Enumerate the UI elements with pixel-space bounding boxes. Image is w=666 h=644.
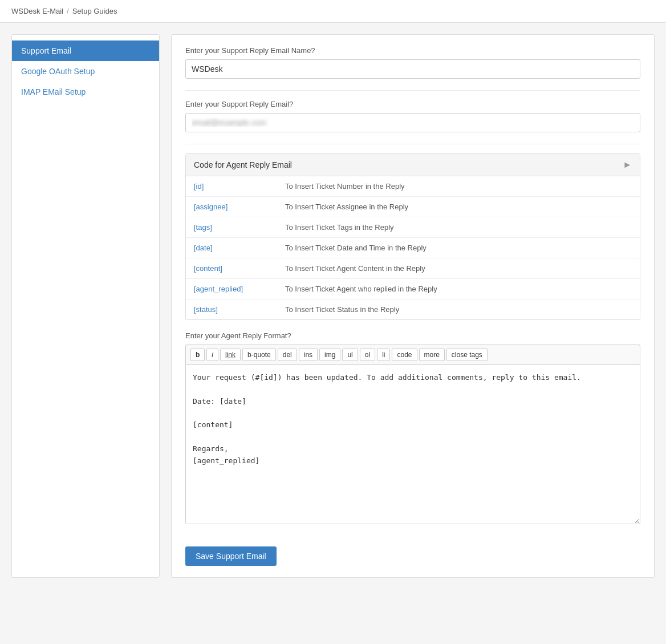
code-cell: [agent_replied]	[186, 279, 277, 299]
sidebar: Support Email Google OAuth Setup IMAP EM…	[11, 34, 160, 578]
reply-name-section: Enter your Support Reply Email Name?	[185, 46, 640, 79]
description-cell: To Insert Ticket Agent who replied in th…	[277, 279, 640, 299]
main-panel: Enter your Support Reply Email Name? Ent…	[171, 34, 655, 578]
code-cell: [assignee]	[186, 197, 277, 217]
toolbar-ins-button[interactable]: ins	[299, 349, 318, 361]
table-row: [assignee] To Insert Ticket Assignee in …	[186, 197, 640, 217]
description-cell: To Insert Ticket Number in the Reply	[277, 176, 640, 197]
save-button[interactable]: Save Support Email	[185, 546, 277, 566]
table-row: [content] To Insert Ticket Agent Content…	[186, 258, 640, 279]
code-section-title: Code for Agent Reply Email	[194, 160, 292, 169]
toolbar-code-button[interactable]: code	[392, 349, 417, 361]
code-cell: [tags]	[186, 217, 277, 238]
code-table: [id] To Insert Ticket Number in the Repl…	[186, 176, 640, 319]
description-cell: To Insert Ticket Date and Time in the Re…	[277, 238, 640, 258]
toolbar-li-button[interactable]: li	[377, 349, 390, 361]
breadcrumb: WSDesk E-Mail / Setup Guides	[0, 0, 666, 23]
toolbar-img-button[interactable]: img	[319, 349, 340, 361]
table-row: [tags] To Insert Ticket Tags in the Repl…	[186, 217, 640, 238]
breadcrumb-separator: /	[67, 7, 69, 15]
divider-2	[185, 144, 640, 144]
reply-format-section: Enter your Agent Reply Format? bilinkb-q…	[185, 331, 640, 526]
code-cell: [id]	[186, 176, 277, 197]
editor-toolbar: bilinkb-quotedelinsimgulollicodemoreclos…	[185, 345, 640, 364]
description-cell: To Insert Ticket Status in the Reply	[277, 299, 640, 320]
code-cell: [status]	[186, 299, 277, 320]
table-row: [date] To Insert Ticket Date and Time in…	[186, 238, 640, 258]
editor-area[interactable]	[185, 364, 640, 524]
divider-1	[185, 90, 640, 91]
description-cell: To Insert Ticket Assignee in the Reply	[277, 197, 640, 217]
code-cell: [date]	[186, 238, 277, 258]
table-row: [agent_replied] To Insert Ticket Agent w…	[186, 279, 640, 299]
code-section-header[interactable]: Code for Agent Reply Email ►	[186, 154, 640, 176]
toolbar-close-tags-button[interactable]: close tags	[446, 349, 488, 361]
breadcrumb-link[interactable]: WSDesk E-Mail	[11, 7, 63, 15]
sidebar-item-support-email[interactable]: Support Email	[12, 40, 159, 61]
chevron-right-icon: ►	[623, 160, 632, 170]
toolbar-more-button[interactable]: more	[419, 349, 445, 361]
reply-email-label: Enter your Support Reply Email?	[185, 100, 640, 108]
breadcrumb-current: Setup Guides	[72, 7, 117, 15]
toolbar-italic-button[interactable]: i	[206, 349, 218, 361]
toolbar-ol-button[interactable]: ol	[360, 349, 375, 361]
description-cell: To Insert Ticket Agent Content in the Re…	[277, 258, 640, 279]
code-section: Code for Agent Reply Email ► [id] To Ins…	[185, 153, 640, 320]
toolbar-del-button[interactable]: del	[278, 349, 297, 361]
toolbar-link-button[interactable]: link	[220, 349, 241, 361]
reply-email-input[interactable]	[185, 113, 640, 132]
table-row: [id] To Insert Ticket Number in the Repl…	[186, 176, 640, 197]
toolbar-bold-button[interactable]: b	[190, 349, 205, 361]
code-cell: [content]	[186, 258, 277, 279]
reply-email-section: Enter your Support Reply Email?	[185, 100, 640, 132]
table-row: [status] To Insert Ticket Status in the …	[186, 299, 640, 320]
sidebar-item-imap-email[interactable]: IMAP EMail Setup	[12, 82, 159, 102]
reply-name-input[interactable]	[185, 59, 640, 79]
reply-format-label: Enter your Agent Reply Format?	[185, 331, 640, 340]
toolbar-bquote-button[interactable]: b-quote	[242, 349, 276, 361]
description-cell: To Insert Ticket Tags in the Reply	[277, 217, 640, 238]
sidebar-item-google-oauth[interactable]: Google OAuth Setup	[12, 61, 159, 82]
toolbar-ul-button[interactable]: ul	[342, 349, 358, 361]
reply-name-label: Enter your Support Reply Email Name?	[185, 46, 640, 55]
